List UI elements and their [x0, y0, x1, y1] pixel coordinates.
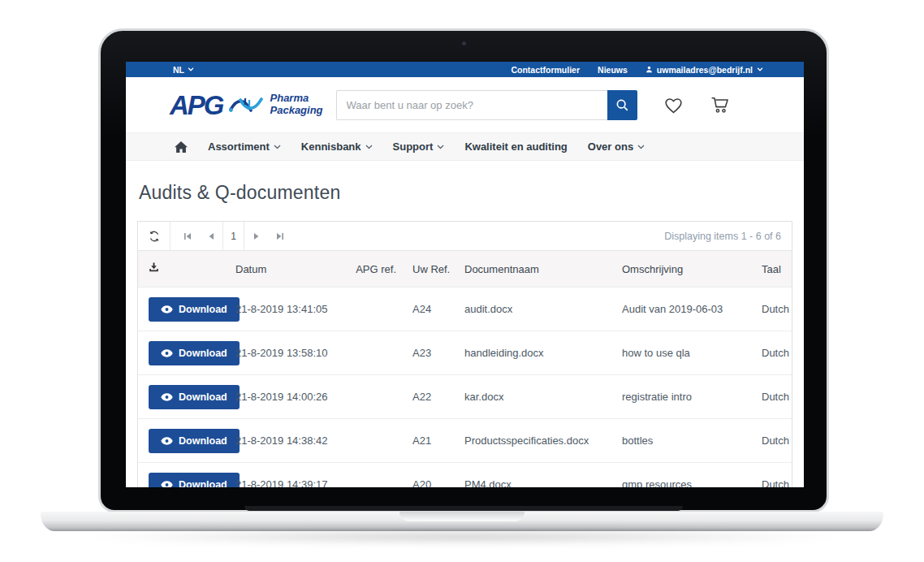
- eye-icon: [161, 437, 173, 445]
- nav-label: Support: [393, 140, 434, 153]
- download-button[interactable]: Download: [149, 473, 240, 488]
- webcam-dot: [462, 41, 466, 45]
- first-page-button[interactable]: [175, 222, 199, 250]
- refresh-icon: [149, 231, 160, 242]
- download-cell: Download: [138, 341, 235, 365]
- download-button[interactable]: Download: [149, 385, 240, 409]
- chevron-down-icon: [437, 145, 444, 149]
- download-button-label: Download: [179, 348, 227, 359]
- cell-omschrijving: gmp resources: [617, 478, 762, 487]
- table-row: Download 21-8-2019 13:58:10 A23 handleid…: [138, 331, 792, 374]
- download-column-header[interactable]: [138, 262, 235, 275]
- refresh-button[interactable]: [138, 222, 171, 250]
- grid-body: Download 21-8-2019 13:41:05 A24 audit.do…: [138, 287, 792, 487]
- account-menu[interactable]: uwmailadres@bedrijf.nl: [646, 65, 763, 75]
- next-page-button[interactable]: [244, 222, 268, 250]
- cell-taal: Dutch: [762, 391, 801, 403]
- main-content: Audits & Q-documenten: [126, 182, 804, 487]
- laptop-base: [41, 512, 883, 531]
- language-selector[interactable]: NL: [173, 65, 194, 75]
- column-header-documentnaam[interactable]: Documentnaam: [460, 263, 617, 275]
- chevron-down-icon: [274, 145, 281, 149]
- nav-over-ons[interactable]: Over ons: [588, 140, 645, 153]
- download-button[interactable]: Download: [149, 297, 240, 322]
- chevron-down-icon: [757, 67, 763, 71]
- prev-page-icon: [207, 232, 215, 240]
- topbar: NL Contactformulier Nieuws uwmailadres@b…: [126, 62, 804, 77]
- column-header-apg-ref[interactable]: APG ref.: [349, 263, 396, 275]
- wishlist-button[interactable]: [663, 96, 684, 115]
- column-header-datum[interactable]: Datum: [235, 263, 349, 275]
- laptop-base-notch: [399, 512, 525, 521]
- cell-taal: Dutch: [762, 347, 801, 359]
- documents-grid: 1 Displaying items 1 - 6 of 6: [137, 221, 792, 487]
- nav-assortiment[interactable]: Assortiment: [208, 140, 281, 153]
- table-row: Download 21-8-2019 13:41:05 A24 audit.do…: [138, 287, 792, 331]
- eye-icon: [161, 349, 173, 357]
- site-header: APG Pharma Packaging: [126, 77, 804, 132]
- search-input[interactable]: [336, 90, 607, 120]
- download-cell: Download: [138, 429, 235, 453]
- last-page-button[interactable]: [268, 222, 291, 250]
- column-header-taal[interactable]: Taal: [762, 263, 793, 275]
- download-tray-icon: [149, 262, 159, 273]
- download-button[interactable]: Download: [149, 341, 240, 365]
- cell-documentnaam: PM4.docx: [460, 478, 617, 487]
- download-button[interactable]: Download: [149, 429, 240, 453]
- toolbar-spacer: [291, 222, 664, 250]
- logo[interactable]: APG Pharma Packaging: [170, 92, 323, 119]
- cell-uw-ref: A20: [396, 478, 460, 487]
- nav-support[interactable]: Support: [393, 140, 445, 153]
- search-button[interactable]: [607, 90, 637, 120]
- cell-omschrijving: Audit van 2019-06-03: [617, 303, 762, 315]
- eye-icon: [161, 305, 173, 313]
- column-header-omschrijving[interactable]: Omschrijving: [617, 263, 762, 275]
- cell-documentnaam: handleiding.docx: [460, 347, 617, 359]
- chevron-down-icon: [365, 145, 373, 149]
- grid-header-row: Datum APG ref. Uw Ref. Documentnaam Omsc…: [138, 251, 792, 287]
- cell-datum: 21-8-2019 14:00:26: [235, 391, 349, 403]
- page-number-input[interactable]: 1: [222, 222, 244, 250]
- download-cell: Download: [138, 385, 235, 409]
- table-row: Download 21-8-2019 14:39:17 A20 PM4.docx…: [138, 462, 792, 487]
- table-row: Download 21-8-2019 14:00:26 A22 kar.docx…: [138, 374, 792, 418]
- cell-datum: 21-8-2019 13:41:05: [235, 303, 349, 315]
- eye-icon: [161, 393, 173, 401]
- topbar-link-nieuws[interactable]: Nieuws: [598, 65, 628, 75]
- prev-page-button[interactable]: [199, 222, 222, 250]
- chevron-down-icon: [637, 145, 645, 149]
- download-button-label: Download: [179, 435, 227, 447]
- logo-tagline: Pharma Packaging: [270, 93, 323, 117]
- nav-label: Kennisbank: [301, 140, 361, 153]
- cart-button[interactable]: [710, 95, 732, 115]
- download-button-label: Download: [179, 391, 227, 403]
- cell-taal: Dutch: [762, 303, 801, 315]
- cell-datum: 21-8-2019 13:58:10: [235, 347, 349, 359]
- download-cell: Download: [138, 473, 235, 488]
- cell-documentnaam: audit.docx: [460, 303, 617, 315]
- column-header-uw-ref[interactable]: Uw Ref.: [396, 263, 460, 275]
- download-button-label: Download: [179, 479, 227, 488]
- cell-omschrijving: registratie intro: [617, 391, 762, 403]
- nav-home[interactable]: [175, 141, 188, 153]
- cell-omschrijving: how to use qla: [617, 347, 762, 359]
- nav-kennisbank[interactable]: Kennisbank: [301, 140, 373, 153]
- last-page-icon: [276, 232, 284, 240]
- cell-uw-ref: A23: [396, 347, 460, 359]
- pager: 1: [175, 222, 291, 250]
- nav-label: Over ons: [588, 140, 633, 153]
- topbar-link-contactformulier[interactable]: Contactformulier: [511, 65, 580, 75]
- language-label: NL: [173, 65, 184, 75]
- cell-taal: Dutch: [762, 478, 801, 487]
- laptop-hinge: [244, 506, 683, 511]
- eye-icon: [161, 481, 173, 488]
- home-icon: [175, 141, 188, 153]
- cell-documentnaam: kar.docx: [460, 391, 617, 403]
- nav-kwaliteit-en-auditing[interactable]: Kwaliteit en auditing: [464, 140, 567, 153]
- download-cell: Download: [138, 297, 235, 322]
- cell-documentnaam: Productsspecificaties.docx: [460, 434, 617, 447]
- main-nav: Assortiment Kennisbank Support Kwaliteit…: [126, 132, 804, 161]
- laptop-shadow: [73, 530, 853, 543]
- user-icon: [646, 66, 653, 73]
- search-bar: [336, 90, 637, 120]
